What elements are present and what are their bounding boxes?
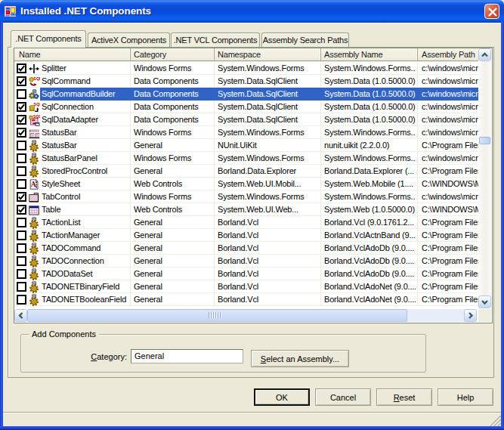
svg-text:SQL: SQL	[33, 76, 40, 81]
svg-text:SQL: SQL	[33, 114, 40, 119]
svg-text:SQL: SQL	[34, 102, 40, 107]
svg-text:A: A	[31, 181, 36, 188]
